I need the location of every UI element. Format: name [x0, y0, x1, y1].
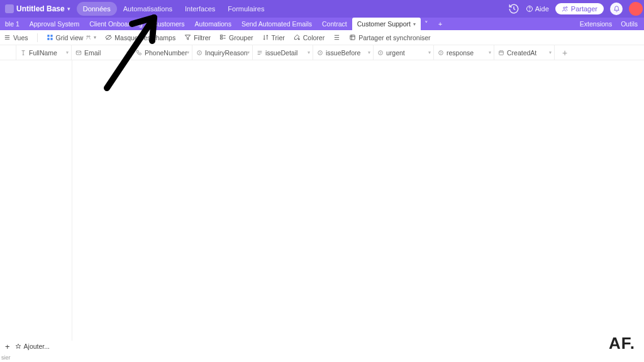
column-label: urgent: [386, 49, 405, 57]
column-header[interactable]: response▾: [434, 45, 494, 60]
svg-point-19: [298, 38, 299, 40]
table-tab[interactable]: Contract: [317, 18, 352, 30]
grid-view-selector[interactable]: Grid view▾: [47, 34, 97, 41]
app-icon: [5, 4, 14, 13]
chevron-down-icon[interactable]: ▾: [187, 50, 189, 55]
filter-button[interactable]: Filtrer: [184, 34, 211, 41]
column-header[interactable]: issueBefore▾: [313, 45, 374, 60]
column-header[interactable]: PhoneNumber▾: [132, 45, 192, 60]
table-tab[interactable]: Client Onboarding: [84, 18, 148, 30]
svg-point-30: [379, 50, 383, 55]
chevron-down-icon[interactable]: ▾: [66, 50, 69, 55]
column-label: PhoneNumber: [145, 49, 187, 57]
text-icon: [20, 50, 26, 56]
separator: [37, 33, 38, 42]
views-label: Vues: [13, 34, 28, 41]
share-label: Partager: [571, 5, 597, 13]
chevron-down-icon[interactable]: ▾: [489, 50, 491, 55]
share-button[interactable]: Partager: [555, 3, 604, 14]
history-icon[interactable]: [508, 3, 519, 14]
add-record-button[interactable]: Ajouter...: [15, 343, 50, 350]
table-tab[interactable]: ble 1: [0, 18, 25, 30]
chevron-down-icon[interactable]: ▾: [126, 50, 129, 55]
chevron-down-icon: ▾: [413, 21, 416, 27]
column-label: issueDetail: [265, 49, 297, 57]
tab-forms[interactable]: Formulaires: [221, 2, 270, 16]
svg-point-12: [89, 36, 90, 37]
table-tab[interactable]: Send Automated Emails: [236, 18, 317, 30]
share-sync-button[interactable]: Partager et synchroniser: [349, 34, 430, 41]
table-tab[interactable]: Approval System: [25, 18, 84, 30]
sharesync-label: Partager et synchroniser: [358, 34, 430, 41]
grid-body[interactable]: [0, 60, 644, 341]
email-icon: [75, 50, 82, 56]
select-icon: [317, 50, 323, 56]
plus-icon[interactable]: +: [5, 342, 10, 351]
svg-point-31: [439, 50, 443, 55]
svg-point-11: [87, 36, 88, 37]
watermark: AF.: [609, 334, 635, 353]
tab-data[interactable]: Données: [77, 2, 117, 16]
notifications-button[interactable]: [610, 3, 623, 15]
table-tab[interactable]: Customers: [148, 18, 190, 30]
svg-point-29: [318, 50, 323, 55]
help-label: Aide: [535, 5, 549, 13]
tab-interfaces[interactable]: Interfaces: [179, 2, 221, 16]
add-table-button[interactable]: +: [432, 18, 448, 30]
views-menu[interactable]: Vues: [4, 34, 28, 41]
svg-point-3: [565, 6, 567, 8]
chevron-down-icon[interactable]: ▾: [308, 50, 310, 55]
tab-automations[interactable]: Automatisations: [117, 2, 179, 16]
base-title[interactable]: Untitled Base: [16, 4, 65, 13]
svg-rect-8: [50, 35, 52, 36]
chevron-down-icon[interactable]: ▾: [368, 50, 370, 55]
avatar[interactable]: [629, 2, 643, 16]
column-header[interactable]: urgent▾: [374, 45, 434, 60]
table-tab[interactable]: Customer Support▾: [352, 18, 421, 30]
svg-point-25: [197, 50, 202, 55]
chevron-down-icon: ▾: [94, 35, 96, 40]
svg-marker-14: [186, 35, 191, 40]
chevron-down-icon[interactable]: ▾: [428, 50, 431, 55]
filter-label: Filtrer: [194, 34, 211, 41]
row-height-button[interactable]: [333, 34, 340, 41]
column-header[interactable]: InquiryReason▾: [192, 45, 253, 60]
phone-icon: [136, 50, 142, 56]
add-column-button[interactable]: +: [555, 45, 575, 60]
longtext-icon: [257, 50, 263, 56]
hidefields-label: Masquer les champs: [114, 34, 175, 41]
add-label: Ajouter...: [24, 343, 50, 350]
help-button[interactable]: Aide: [526, 5, 549, 13]
svg-point-2: [564, 7, 565, 9]
column-label: Email: [84, 49, 101, 57]
extensions-button[interactable]: Extensions: [580, 20, 612, 28]
column-label: response: [447, 49, 474, 57]
svg-rect-7: [47, 35, 49, 36]
column-header[interactable]: FullName▾: [16, 45, 72, 60]
color-button[interactable]: Colorer: [294, 34, 325, 41]
column-header[interactable]: CreatedAt▾: [494, 45, 555, 60]
svg-rect-10: [50, 38, 52, 40]
chevron-down-icon[interactable]: ▾: [247, 50, 250, 55]
hide-fields-button[interactable]: Masquer les champs: [105, 34, 175, 41]
svg-point-1: [529, 10, 530, 11]
table-tab[interactable]: Automations: [190, 18, 236, 30]
svg-rect-16: [220, 38, 222, 39]
color-label: Colorer: [303, 34, 325, 41]
row-handle-header: [0, 45, 16, 60]
gridview-label: Grid view: [56, 34, 84, 41]
base-menu-chevron-icon[interactable]: ▾: [67, 6, 70, 12]
group-label: Grouper: [229, 34, 253, 41]
column-header[interactable]: issueDetail▾: [253, 45, 313, 60]
column-label: InquiryReason: [205, 49, 248, 57]
column-label: issueBefore: [326, 49, 360, 57]
table-tabs-overflow[interactable]: ˅: [421, 18, 432, 30]
chevron-down-icon[interactable]: ▾: [549, 50, 552, 55]
tools-button[interactable]: Outils: [621, 20, 638, 28]
svg-rect-9: [47, 38, 49, 40]
date-icon: [498, 50, 504, 56]
sort-button[interactable]: Trier: [262, 34, 285, 41]
group-button[interactable]: Grouper: [219, 34, 253, 41]
sort-label: Trier: [272, 34, 285, 41]
column-header[interactable]: Email▾: [72, 45, 132, 60]
